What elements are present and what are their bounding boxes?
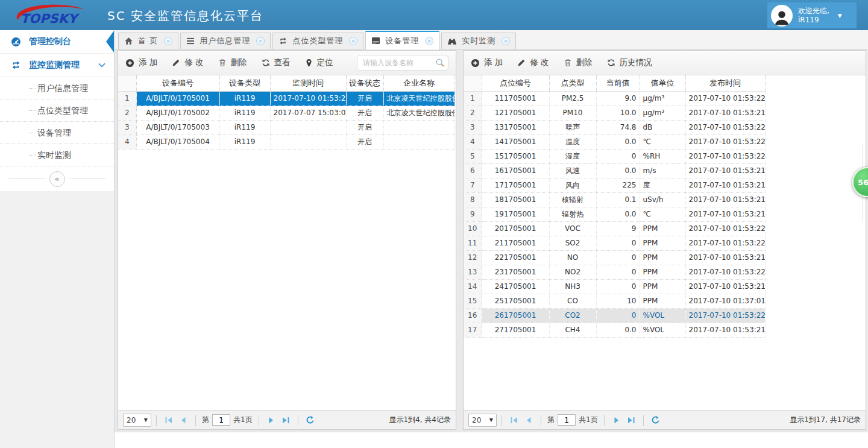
refresh-button[interactable] xyxy=(303,414,318,427)
table-row[interactable]: 12221705001NO0PPM2017-07-10 01:53:21 xyxy=(464,250,765,265)
page-number-input[interactable] xyxy=(212,414,230,426)
table-row[interactable]: 8181705001核辐射0.1uSv/h2017-07-10 01:53:21 xyxy=(464,192,765,207)
column-header[interactable]: 设备类型 xyxy=(219,75,270,91)
search-icon[interactable] xyxy=(435,58,445,68)
column-header[interactable]: 点位编号 xyxy=(482,75,549,91)
column-header[interactable]: 设备编号 xyxy=(136,75,219,91)
column-header[interactable]: 设备状态 xyxy=(346,75,383,91)
edit-button[interactable]: 修 改 xyxy=(517,57,549,68)
column-header[interactable]: 点类型 xyxy=(549,75,596,91)
tab-home[interactable]: 首 页× xyxy=(118,33,178,49)
add-button[interactable]: 添 加 xyxy=(125,57,157,68)
table-row[interactable]: 4A/BJLT/0/1705004iR119开启 xyxy=(118,134,454,149)
column-header[interactable]: 值单位 xyxy=(640,75,685,91)
close-icon[interactable]: × xyxy=(349,37,357,45)
cell: NH3 xyxy=(549,279,596,294)
first-page-button[interactable] xyxy=(507,414,521,427)
prev-page-button[interactable] xyxy=(521,414,536,427)
table-row[interactable]: 4141705001温度0.0℃2017-07-10 01:53:22 xyxy=(464,134,765,149)
row-number: 1 xyxy=(118,91,136,106)
refresh-icon xyxy=(607,58,615,67)
page-size-select[interactable]: 20 ▼ xyxy=(468,414,497,427)
delete-button[interactable]: 删除 xyxy=(218,57,247,68)
table-row[interactable]: 13231705001NO20PPM2017-07-10 01:53:22 xyxy=(464,265,765,279)
last-page-button[interactable] xyxy=(278,414,293,427)
first-page-button[interactable] xyxy=(162,414,176,427)
sidebar-section-monitoring-management[interactable]: 监控监测管理 xyxy=(0,54,114,77)
cell: 0 xyxy=(596,236,640,250)
tab-realtime-monitoring[interactable]: 实时监测× xyxy=(441,33,516,49)
table-row[interactable]: 1111705001PM2.59.0μg/m³2017-07-10 01:53:… xyxy=(464,91,765,106)
close-icon[interactable]: × xyxy=(164,37,172,45)
tab-user-info-management[interactable]: 用户信息管理× xyxy=(180,33,271,49)
table-row[interactable]: 2A/BJLT/0/1705002iR1192017-07-07 15:03:0… xyxy=(118,106,454,120)
cell: PPM xyxy=(640,250,685,265)
table-row[interactable]: 16261705001CO20%VOL2017-07-10 01:53:22 xyxy=(464,308,765,323)
sidebar-item-realtime-monitoring[interactable]: 实时监测 xyxy=(0,144,114,166)
sidebar-section-management-console[interactable]: 管理控制台 xyxy=(0,30,114,54)
refresh-button[interactable] xyxy=(649,414,663,427)
table-row[interactable]: 6161705001风速0.0m/s2017-07-10 01:53:21 xyxy=(464,163,765,178)
table-row[interactable]: 11211705001SO20PPM2017-07-10 01:53:22 xyxy=(464,236,765,250)
device-pagination: 20 ▼ 第 共1页 xyxy=(118,410,456,429)
cell: 风向 xyxy=(549,178,596,192)
table-row[interactable]: 1A/BJLT/0/1705001iR1192017-07-10 01:53:2… xyxy=(118,91,454,106)
table-row[interactable]: 17271705001CH40.0%VOL2017-07-10 01:53:21 xyxy=(464,323,765,337)
sidebar-item-device-management[interactable]: 设备管理 xyxy=(0,122,114,144)
table-row[interactable]: 5151705001湿度0%RH2017-07-10 01:53:22 xyxy=(464,149,765,163)
column-header[interactable]: 监测时间 xyxy=(270,75,346,91)
user-menu[interactable]: 欢迎光临, iR119 ▼ xyxy=(767,2,857,28)
table-row[interactable]: 3A/BJLT/0/1705003iR119开启 xyxy=(118,120,454,134)
table-row[interactable]: 7171705001风向225度2017-07-10 01:53:21 xyxy=(464,178,765,192)
page-label: 第 xyxy=(202,415,209,425)
table-row[interactable]: 10201705001VOC9PPM2017-07-10 01:53:22 xyxy=(464,221,765,236)
cell: 261705001 xyxy=(482,308,549,323)
cell: 121705001 xyxy=(482,106,549,120)
tab-device-management[interactable]: 设备管理× xyxy=(365,31,439,49)
add-button[interactable]: 添 加 xyxy=(471,57,503,68)
column-header[interactable]: 企业名称 xyxy=(383,75,454,91)
next-page-button[interactable] xyxy=(264,414,278,427)
cell: iR119 xyxy=(219,134,270,149)
locate-button[interactable]: 定位 xyxy=(305,57,333,68)
table-row[interactable]: 15251705001CO10PPM2017-07-10 01:37:01 xyxy=(464,294,765,308)
cell: 北京凌天世纪控股股份有限公司 xyxy=(383,91,454,106)
cell: 开启 xyxy=(346,134,383,149)
page-number-input[interactable] xyxy=(558,414,576,426)
table-row[interactable]: 14241705001NH30PPM2017-07-10 01:53:21 xyxy=(464,279,765,294)
delete-button[interactable]: 删除 xyxy=(564,57,593,68)
next-page-button[interactable] xyxy=(609,414,624,427)
cell xyxy=(383,120,454,134)
topsky-logo: TOPSKY xyxy=(10,2,94,30)
point-toolbar: 添 加修 改删除历史情况 xyxy=(464,51,866,75)
row-number: 17 xyxy=(464,323,482,337)
close-icon[interactable]: × xyxy=(256,37,265,45)
collapse-sidebar-button[interactable]: « xyxy=(49,171,65,187)
close-icon[interactable]: × xyxy=(502,37,510,45)
sidebar-item-point-type-management[interactable]: 点位类型管理 xyxy=(0,99,114,122)
cell: PPM xyxy=(640,265,685,279)
history-button[interactable]: 历史情况 xyxy=(607,57,652,68)
cell: CO xyxy=(549,294,596,308)
table-row[interactable]: 2121705001PM1010.0μg/m³2017-07-10 01:53:… xyxy=(464,106,765,120)
column-header[interactable]: 发布时间 xyxy=(685,75,765,91)
tab-point-type-management[interactable]: 点位类型管理× xyxy=(272,33,363,49)
row-number: 2 xyxy=(464,106,482,120)
table-row[interactable]: 9191705001辐射热0.0℃2017-07-10 01:53:21 xyxy=(464,207,765,221)
prev-page-button[interactable] xyxy=(176,414,190,427)
sidebar-item-user-info-management[interactable]: 用户信息管理 xyxy=(0,77,114,99)
view-button[interactable]: 查看 xyxy=(262,57,291,68)
column-header[interactable]: 当前值 xyxy=(596,75,640,91)
table-row[interactable]: 3131705001噪声74.8dB2017-07-10 01:53:22 xyxy=(464,120,765,134)
divider xyxy=(541,415,541,426)
cell: 2017-07-10 01:53:21 xyxy=(685,163,765,178)
last-page-button[interactable] xyxy=(624,414,638,427)
close-icon[interactable]: × xyxy=(425,37,433,45)
cell: PPM xyxy=(640,221,685,236)
cell: 0.0 xyxy=(596,134,640,149)
panel-icon xyxy=(371,37,380,45)
page-total-label: 共1页 xyxy=(233,415,253,425)
edit-button[interactable]: 修 改 xyxy=(172,57,203,68)
page-size-select[interactable]: 20 ▼ xyxy=(123,414,151,427)
cell: 开启 xyxy=(346,91,383,106)
